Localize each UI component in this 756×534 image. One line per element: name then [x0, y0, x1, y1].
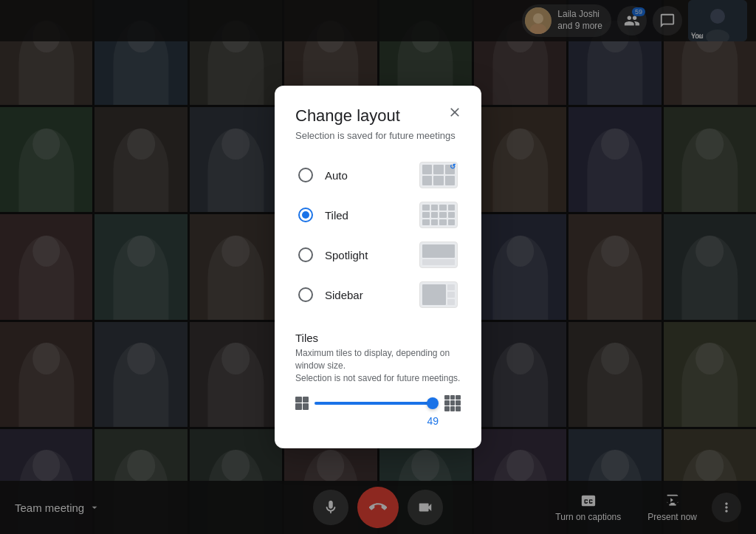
modal-title: Change layout	[295, 106, 461, 126]
layout-option-spotlight[interactable]: Spotlight	[295, 236, 461, 274]
layout-preview-tiled	[419, 202, 458, 228]
modal-overlay: Change layout Selection is saved for fut…	[0, 0, 756, 534]
layout-options-list: Auto ↺ Tiled	[295, 156, 461, 314]
tiles-section: Tiles Maximum tiles to display, dependin…	[295, 332, 461, 427]
radio-tiled-inner	[302, 211, 309, 219]
modal-subtitle: Selection is saved for future meetings	[295, 130, 461, 141]
layout-label-tiled: Tiled	[325, 209, 419, 222]
modal-close-button[interactable]	[443, 100, 467, 124]
layout-option-sidebar[interactable]: Sidebar	[295, 275, 461, 314]
tiles-title: Tiles	[295, 332, 461, 344]
layout-option-auto[interactable]: Auto ↺	[295, 156, 461, 194]
radio-spotlight	[298, 247, 313, 262]
layout-label-spotlight: Spotlight	[325, 249, 419, 261]
tiles-max-icon	[444, 395, 461, 411]
tiles-slider-container	[315, 396, 439, 411]
layout-preview-auto: ↺	[419, 162, 458, 188]
layout-preview-sidebar	[419, 281, 458, 308]
radio-auto	[298, 168, 313, 182]
change-layout-modal: Change layout Selection is saved for fut…	[275, 86, 481, 448]
layout-preview-spotlight	[419, 242, 458, 268]
layout-label-sidebar: Sidebar	[325, 289, 419, 301]
tiles-description: Maximum tiles to display, depending on w…	[295, 347, 461, 384]
radio-tiled	[298, 208, 313, 222]
tiles-min-icon	[295, 397, 309, 410]
layout-label-auto: Auto	[325, 169, 419, 182]
tiles-slider-row	[295, 395, 461, 411]
radio-sidebar	[298, 287, 313, 302]
tiles-value-display: 49	[427, 415, 439, 427]
layout-option-tiled[interactable]: Tiled	[295, 196, 461, 234]
